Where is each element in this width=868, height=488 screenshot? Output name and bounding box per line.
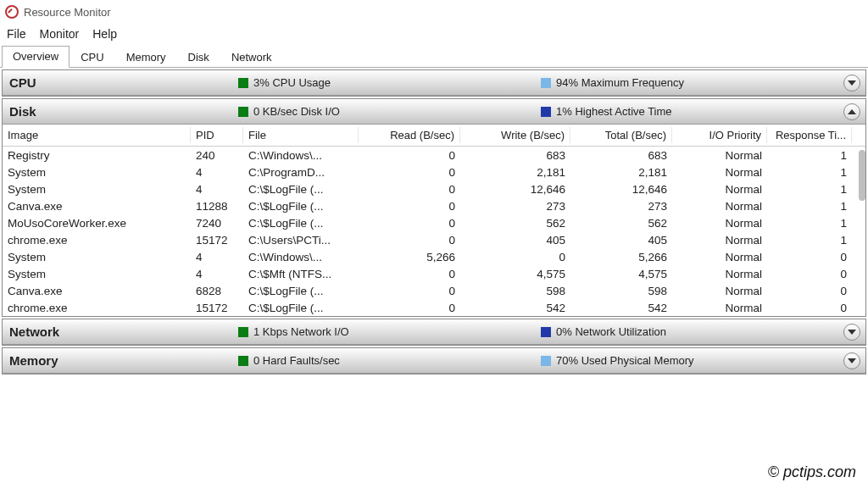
cell-write: 2,181 <box>460 164 570 180</box>
cell-read: 0 <box>359 181 460 197</box>
memory-faults-swatch <box>238 356 248 366</box>
table-row[interactable]: System4C:\$LogFile (...012,64612,646Norm… <box>3 180 865 197</box>
cell-total: 542 <box>570 300 672 316</box>
network-io-metric: 1 Kbps Network I/O <box>238 325 541 338</box>
section-disk-name: Disk <box>9 104 238 119</box>
col-total[interactable]: Total (B/sec) <box>570 127 672 143</box>
table-row[interactable]: Canva.exe6828C:\$LogFile (...0598598Norm… <box>3 282 865 299</box>
col-priority[interactable]: I/O Priority <box>672 127 767 143</box>
tab-memory[interactable]: Memory <box>115 47 177 68</box>
network-util-swatch <box>541 327 551 337</box>
tab-overview[interactable]: Overview <box>2 46 70 68</box>
cell-read: 0 <box>359 283 460 299</box>
col-write[interactable]: Write (B/sec) <box>460 127 570 143</box>
network-util-metric: 0% Network Utilization <box>541 325 843 338</box>
memory-faults-metric: 0 Hard Faults/sec <box>238 354 541 367</box>
disk-table-rows: Registry240C:\Windows\...0683683Normal1S… <box>3 147 865 316</box>
col-image[interactable]: Image <box>3 127 191 143</box>
cell-write: 562 <box>460 215 570 231</box>
cell-priority: Normal <box>672 266 767 282</box>
cell-file: C:\$LogFile (... <box>243 181 359 197</box>
table-row[interactable]: Registry240C:\Windows\...0683683Normal1 <box>3 147 865 164</box>
cell-read: 0 <box>359 198 460 214</box>
table-row[interactable]: System4C:\$Mft (NTFS...04,5754,575Normal… <box>3 265 865 282</box>
cell-priority: Normal <box>672 300 767 316</box>
cell-write: 4,575 <box>460 266 570 282</box>
cell-file: C:\ProgramD... <box>243 164 359 180</box>
memory-expand-button[interactable] <box>843 352 860 369</box>
table-row[interactable]: chrome.exe15172C:\Users\PCTi...0405405No… <box>3 231 865 248</box>
disk-io-metric: 0 KB/sec Disk I/O <box>238 105 541 118</box>
section-cpu-header[interactable]: CPU 3% CPU Usage 94% Maximum Frequency <box>3 70 865 96</box>
cell-response: 1 <box>767 147 852 164</box>
disk-active-label: 1% Highest Active Time <box>556 105 672 118</box>
cell-response: 0 <box>767 283 852 299</box>
col-response[interactable]: Response Ti... <box>767 127 852 143</box>
cell-file: C:\$Mft (NTFS... <box>243 266 359 282</box>
table-row[interactable]: Canva.exe11288C:\$LogFile (...0273273Nor… <box>3 197 865 214</box>
cell-image: chrome.exe <box>3 232 191 248</box>
cell-file: C:\Users\PCTi... <box>243 232 359 248</box>
table-row[interactable]: System4C:\Windows\...5,26605,266Normal0 <box>3 248 865 265</box>
cell-file: C:\$LogFile (... <box>243 300 359 316</box>
table-row[interactable]: chrome.exe15172C:\$LogFile (...0542542No… <box>3 299 865 316</box>
section-network: Network 1 Kbps Network I/O 0% Network Ut… <box>2 319 866 346</box>
chevron-up-icon <box>848 109 856 114</box>
col-read[interactable]: Read (B/sec) <box>359 127 460 143</box>
cell-read: 0 <box>359 215 460 231</box>
cell-total: 405 <box>570 232 672 248</box>
section-cpu: CPU 3% CPU Usage 94% Maximum Frequency <box>2 69 866 97</box>
cell-total: 683 <box>570 147 672 164</box>
menu-monitor[interactable]: Monitor <box>40 27 80 41</box>
cell-read: 0 <box>359 164 460 180</box>
cell-file: C:\Windows\... <box>243 147 359 164</box>
col-file[interactable]: File <box>243 127 359 143</box>
cell-image: System <box>3 164 191 180</box>
section-disk-header[interactable]: Disk 0 KB/sec Disk I/O 1% Highest Active… <box>3 99 865 125</box>
cell-response: 0 <box>767 266 852 282</box>
cpu-freq-label: 94% Maximum Frequency <box>556 76 684 89</box>
cell-pid: 4 <box>191 249 243 265</box>
cell-image: Canva.exe <box>3 283 191 299</box>
scrollbar-thumb[interactable] <box>859 150 865 201</box>
cell-read: 5,266 <box>359 249 460 265</box>
menu-file[interactable]: File <box>7 27 26 41</box>
disk-io-swatch <box>238 107 248 117</box>
cell-total: 598 <box>570 283 672 299</box>
table-row[interactable]: MoUsoCoreWorker.exe7240C:\$LogFile (...0… <box>3 214 865 231</box>
cell-write: 683 <box>460 147 570 164</box>
section-network-header[interactable]: Network 1 Kbps Network I/O 0% Network Ut… <box>3 319 865 345</box>
cell-priority: Normal <box>672 283 767 299</box>
cell-priority: Normal <box>672 249 767 265</box>
cpu-usage-label: 3% CPU Usage <box>253 76 331 89</box>
cell-image: Registry <box>3 147 191 164</box>
cell-image: System <box>3 181 191 197</box>
tab-cpu[interactable]: CPU <box>70 47 114 68</box>
cell-pid: 4 <box>191 181 243 197</box>
tab-network[interactable]: Network <box>220 47 283 68</box>
table-row[interactable]: System4C:\ProgramD...02,1812,181Normal1 <box>3 164 865 180</box>
disk-active-swatch <box>541 107 551 117</box>
col-pid[interactable]: PID <box>191 127 243 143</box>
titlebar: Resource Monitor <box>0 0 868 24</box>
cell-priority: Normal <box>672 198 767 214</box>
section-disk: Disk 0 KB/sec Disk I/O 1% Highest Active… <box>2 98 866 317</box>
section-memory-header[interactable]: Memory 0 Hard Faults/sec 70% Used Physic… <box>3 348 865 374</box>
memory-used-swatch <box>541 356 551 366</box>
disk-collapse-button[interactable] <box>843 103 860 120</box>
cell-priority: Normal <box>672 164 767 180</box>
network-expand-button[interactable] <box>843 324 860 341</box>
cell-total: 273 <box>570 198 672 214</box>
cell-pid: 15172 <box>191 300 243 316</box>
cell-write: 12,646 <box>460 181 570 197</box>
cell-read: 0 <box>359 232 460 248</box>
cell-response: 1 <box>767 232 852 248</box>
chevron-down-icon <box>848 358 856 363</box>
cpu-expand-button[interactable] <box>843 75 860 92</box>
disk-table-header: Image PID File Read (B/sec) Write (B/sec… <box>3 125 865 147</box>
cell-pid: 6828 <box>191 283 243 299</box>
cell-pid: 11288 <box>191 198 243 214</box>
app-icon <box>5 5 19 19</box>
menu-help[interactable]: Help <box>92 27 117 41</box>
tab-disk[interactable]: Disk <box>177 47 220 68</box>
